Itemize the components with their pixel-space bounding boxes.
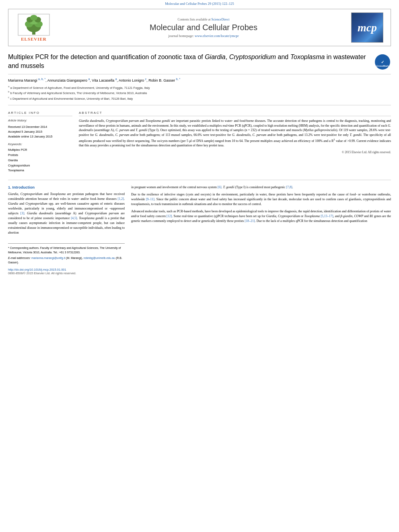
- mcp-logo: mcp: [351, 12, 383, 43]
- crossmark-badge: ✓ CrossMark: [375, 54, 391, 70]
- keyword-1: Multiplex PCR: [8, 148, 72, 153]
- accepted-date: Accepted 5 January 2015: [8, 129, 72, 134]
- affiliation-c: c c Department of Agricultural and Envir…: [8, 96, 391, 101]
- issn-line: 0890-8508/© 2015 Elsevier Ltd. All right…: [8, 271, 125, 275]
- affiliation-a: a a Department of Science of Agriculture…: [8, 85, 391, 90]
- keyword-2: Protists: [8, 153, 72, 158]
- received-date: Received 13 December 2014: [8, 125, 72, 129]
- keyword-3: Giardia: [8, 158, 72, 163]
- journal-homepage-line: journal homepage: www.elsevier.com/locat…: [60, 34, 347, 38]
- doi-url[interactable]: http://dx.doi.org/10.1016/j.mcp.2015.01.…: [8, 268, 125, 271]
- intro-paragraph-1: Giardia, Cryptosporidium and Toxoplasma …: [8, 192, 125, 235]
- journal-title-area: Contents lists available at ScienceDirec…: [56, 18, 351, 38]
- intro-paragraph-right-3: Advanced molecular tools, such as PCR-ba…: [131, 209, 391, 224]
- available-date: Available online 13 January 2015: [8, 134, 72, 139]
- keywords-label: Keywords:: [8, 142, 72, 146]
- sciencedirect-link[interactable]: ScienceDirect: [212, 18, 230, 21]
- elsevier-logo-area: ELSEVIER: [12, 14, 56, 41]
- article-title-wrapper: Multiplex PCR for the detection and quan…: [8, 53, 372, 71]
- copyright-line: © 2015 Elsevier Ltd. All rights reserved…: [79, 150, 391, 154]
- doi-section: http://dx.doi.org/10.1016/j.mcp.2015.01.…: [8, 268, 125, 275]
- keyword-5: Toxoplasma: [8, 168, 72, 173]
- journal-header: ELSEVIER Contents lists available at Sci…: [8, 9, 391, 46]
- contents-available-text: Contents lists available at ScienceDirec…: [60, 18, 347, 21]
- introduction-left-text: Giardia, Cryptosporidium and Toxoplasma …: [8, 192, 125, 235]
- history-label: Article history:: [8, 119, 72, 122]
- svg-text:CrossMark: CrossMark: [376, 65, 389, 67]
- intro-paragraph-right-2: Due to the resilience of infective stage…: [131, 192, 391, 207]
- article-dates: Received 13 December 2014 Accepted 5 Jan…: [8, 125, 72, 139]
- abstract-column: ABSTRACT Giardia duodenalis, Cryptospori…: [79, 111, 391, 173]
- journal-title: Molecular and Cellular Probes: [60, 23, 347, 32]
- abstract-text: Giardia duodenalis, Cryptosporidium parv…: [79, 119, 391, 148]
- email-1[interactable]: marianna.marangi@unifg.it: [31, 257, 65, 259]
- elsevier-label: ELSEVIER: [21, 37, 47, 41]
- left-body-column: 1. Introduction Giardia, Cryptosporidium…: [8, 185, 125, 275]
- mcp-logo-area: mcp: [351, 12, 387, 43]
- journal-reference: Molecular and Cellular Probes 29 (2015) …: [0, 0, 399, 6]
- article-info-column: ARTICLE INFO Article history: Received 1…: [8, 111, 72, 173]
- svg-text:✓: ✓: [381, 60, 384, 64]
- article-title: Multiplex PCR for the detection and quan…: [8, 53, 372, 71]
- corresponding-authors-note: * Corresponding authors. Faculty of Vete…: [8, 246, 125, 255]
- right-body-column: in pregnant women and involvement of the…: [131, 185, 391, 275]
- authors-section: Marianna Marangi a, b, *, Annunziata Gia…: [8, 78, 391, 101]
- introduction-right-text: in pregnant women and involvement of the…: [131, 185, 391, 224]
- section-divider-1: [8, 105, 391, 105]
- keywords-list: Multiplex PCR Protists Giardia Cryptospo…: [8, 148, 72, 173]
- article-info-abstract-section: ARTICLE INFO Article history: Received 1…: [8, 111, 391, 173]
- affiliation-b: b b Faculty of Veterinary and Agricultur…: [8, 90, 391, 95]
- article-info-header: ARTICLE INFO: [8, 111, 72, 116]
- affiliations: a a Department of Science of Agriculture…: [8, 85, 391, 101]
- abstract-header: ABSTRACT: [79, 111, 391, 116]
- article-title-section: Multiplex PCR for the detection and quan…: [8, 53, 391, 74]
- section-divider-2: [8, 180, 391, 180]
- email-2[interactable]: robinbg@unimelb.edu.au: [84, 257, 115, 259]
- journal-ref-text: Molecular and Cellular Probes 29 (2015) …: [165, 2, 234, 6]
- journal-homepage-url[interactable]: www.elsevier.com/locate/ymcpr: [195, 34, 239, 38]
- footnotes: * Corresponding authors. Faculty of Vete…: [8, 243, 125, 265]
- authors-line: Marianna Marangi a, b, *, Annunziata Gia…: [8, 78, 391, 82]
- crossmark-icon: ✓ CrossMark: [375, 54, 390, 70]
- keyword-4: Cryptosporidium: [8, 163, 72, 168]
- svg-point-7: [30, 15, 37, 21]
- intro-paragraph-right-1: in pregnant women and involvement of the…: [131, 185, 391, 190]
- introduction-title: 1. Introduction: [8, 185, 125, 189]
- email-line: E-mail addresses: marianna.marangi@unifg…: [8, 256, 125, 265]
- main-content: 1. Introduction Giardia, Cryptosporidium…: [8, 185, 391, 275]
- elsevier-tree-icon: [18, 14, 50, 36]
